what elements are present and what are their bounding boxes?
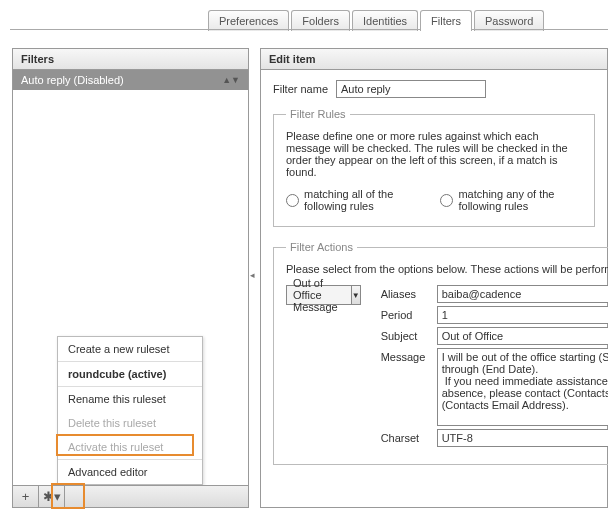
menu-advanced-editor[interactable]: Advanced editor [58, 459, 202, 484]
rule-match-all[interactable]: matching all of the following rules [286, 188, 422, 212]
message-label: Message [381, 348, 437, 363]
menu-delete-ruleset[interactable]: Delete this ruleset [58, 411, 202, 435]
highlight-gear [51, 483, 85, 509]
period-label: Period [381, 306, 437, 321]
filter-actions-hint: Please select from the options below. Th… [286, 263, 608, 275]
filter-actions-fieldset: Filter Actions Please select from the op… [273, 241, 608, 465]
filter-actions-legend: Filter Actions [286, 241, 357, 253]
expand-icon: ▲▼ [222, 75, 240, 85]
menu-activate-ruleset[interactable]: Activate this ruleset [58, 435, 202, 459]
filters-panel-title: Filters [13, 49, 248, 70]
charset-input[interactable] [437, 429, 608, 447]
dropdown-icon: ▼ [351, 286, 360, 304]
subject-input[interactable] [437, 327, 608, 345]
charset-label: Charset [381, 429, 437, 444]
tab-underline [10, 29, 608, 30]
tab-preferences[interactable]: Preferences [208, 10, 289, 31]
filter-rules-legend: Filter Rules [286, 108, 350, 120]
tab-identities[interactable]: Identities [352, 10, 418, 31]
rule-match-any[interactable]: matching any of the following rules [440, 188, 582, 212]
action-type-select[interactable]: Out of Office Message ▼ [286, 285, 361, 305]
splitter-handle-icon[interactable]: ◂ [250, 270, 255, 280]
tab-password[interactable]: Password [474, 10, 544, 31]
period-input[interactable] [437, 306, 608, 324]
add-filter-button[interactable]: + [13, 486, 39, 507]
settings-tabs: Preferences Folders Identities Filters P… [208, 10, 544, 31]
filters-list-panel: Filters Auto reply (Disabled) ▲▼ Create … [12, 48, 249, 508]
tab-filters[interactable]: Filters [420, 10, 472, 31]
subject-label: Subject [381, 327, 437, 342]
rule-match-any-radio[interactable] [440, 194, 453, 207]
message-textarea[interactable] [437, 348, 608, 426]
rule-match-any-label: matching any of the following rules [458, 188, 582, 212]
aliases-input[interactable] [437, 285, 608, 303]
filter-rules-fieldset: Filter Rules Please define one or more r… [273, 108, 595, 227]
edit-item-panel: Edit item Filter name Filter Rules Pleas… [260, 48, 608, 508]
rule-match-all-radio[interactable] [286, 194, 299, 207]
ruleset-item[interactable]: Auto reply (Disabled) ▲▼ [13, 70, 248, 90]
aliases-label: Aliases [381, 285, 437, 300]
menu-create-ruleset[interactable]: Create a new ruleset [58, 337, 202, 361]
edit-panel-title: Edit item [261, 49, 607, 70]
filter-rules-hint: Please define one or more rules against … [286, 130, 582, 178]
ruleset-context-menu: Create a new ruleset roundcube (active) … [57, 336, 203, 485]
filter-name-input[interactable] [336, 80, 486, 98]
ruleset-item-label: Auto reply (Disabled) [21, 74, 124, 86]
filter-name-label: Filter name [273, 83, 328, 95]
tab-folders[interactable]: Folders [291, 10, 350, 31]
filters-toolbar: + ✱▾ [13, 485, 248, 507]
menu-active-ruleset[interactable]: roundcube (active) [58, 361, 202, 386]
menu-rename-ruleset[interactable]: Rename this ruleset [58, 386, 202, 411]
action-type-value: Out of Office Message [287, 277, 351, 313]
rule-match-all-label: matching all of the following rules [304, 188, 422, 212]
